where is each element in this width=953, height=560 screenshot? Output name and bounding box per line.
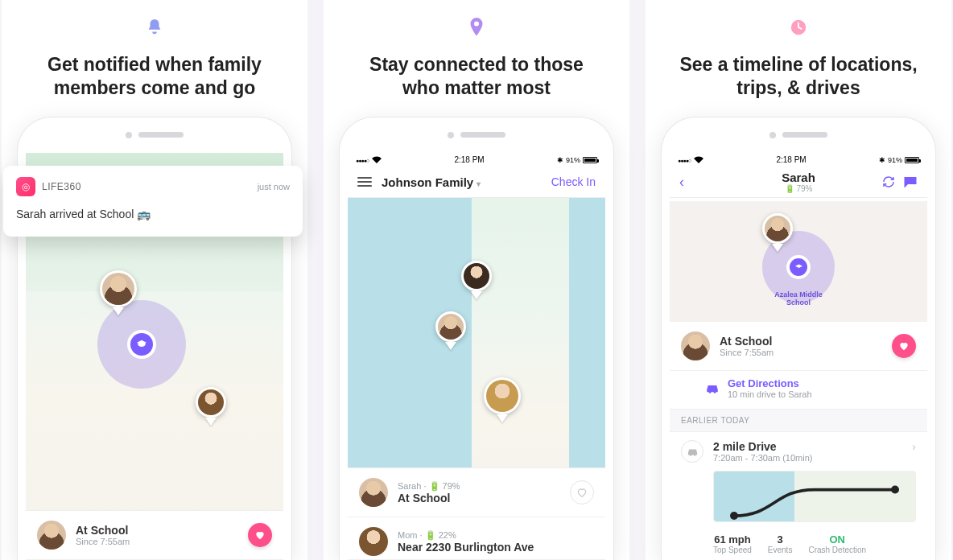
- battery-icon: [583, 157, 597, 163]
- car-icon: [681, 440, 703, 463]
- avatar: [359, 478, 388, 507]
- status-time: 2:18 PM: [776, 155, 806, 164]
- notification-body: Sarah arrived at School 🚌: [16, 208, 290, 220]
- avatar-pin[interactable]: [484, 377, 521, 422]
- nav-bar: ‹ Sarah 🔋 79%: [670, 167, 927, 198]
- school-pin-icon: [130, 333, 153, 356]
- location-card: At School Since 7:55am: [26, 510, 283, 560]
- member-meta: Sarah · 🔋 79%: [398, 481, 560, 492]
- battery-icon: [905, 157, 919, 163]
- push-notification[interactable]: ◎ LIFE360 just now Sarah arrived at Scho…: [3, 166, 303, 237]
- heart-outline-button[interactable]: [570, 480, 594, 504]
- car-icon: [705, 382, 720, 393]
- member-battery: 🔋 79%: [720, 184, 877, 193]
- section-label: EARLIER TODAY: [670, 409, 927, 432]
- drive-sub: 7:20am - 7:30am (10min): [713, 453, 902, 463]
- phone-mockup: 2:18 PM ✱91% ‹ Sarah 🔋 79%: [662, 117, 935, 561]
- circle-name[interactable]: Johnson Family ▾: [382, 175, 551, 189]
- feature-panel-timeline: See a timeline of locations,trips, & dri…: [646, 0, 951, 560]
- get-directions-row[interactable]: Get Directions 10 min drive to Sarah: [670, 371, 927, 409]
- place-label: Azalea Middle School: [766, 290, 831, 307]
- chevron-right-icon: ›: [912, 440, 916, 453]
- avatar: [37, 521, 66, 550]
- check-in-button[interactable]: Check In: [551, 175, 596, 188]
- avatar-pin[interactable]: [196, 387, 226, 426]
- wifi-icon: [372, 156, 382, 163]
- chat-icon[interactable]: [903, 175, 918, 188]
- member-name: Sarah: [720, 171, 877, 184]
- phone-mockup: 2:18 PM ✱91% Johnson Family ▾ Check In: [340, 117, 613, 561]
- heart-button[interactable]: [248, 523, 272, 547]
- member-row[interactable]: Mom · 🔋 22% Near 2230 Burlington Ave: [348, 517, 605, 560]
- avatar-pin[interactable]: [435, 311, 466, 350]
- drive-row[interactable]: 2 mile Drive 7:20am - 7:30am (10min) ›: [670, 432, 927, 467]
- notification-time: just now: [258, 182, 290, 191]
- members-list: Sarah · 🔋 79% At School Mom · 🔋 22%: [348, 467, 605, 560]
- feature-panel-connected: Stay connected to thosewho matter most 2…: [324, 0, 629, 560]
- avatar-pin[interactable]: [461, 261, 492, 299]
- status-bar: 2:18 PM ✱91%: [670, 153, 927, 167]
- panel-title: See a timeline of locations,trips, & dri…: [663, 53, 933, 100]
- refresh-icon[interactable]: [882, 175, 895, 188]
- back-button[interactable]: ‹: [679, 174, 684, 191]
- svg-point-1: [730, 512, 738, 520]
- avatar-pin[interactable]: [100, 270, 137, 315]
- school-pin-icon: [790, 258, 807, 276]
- current-location-row[interactable]: At School Since 7:55am: [670, 322, 927, 371]
- panel-title: Stay connected to thosewho matter most: [353, 53, 600, 100]
- avatar: [359, 527, 388, 556]
- member-row[interactable]: Sarah · 🔋 79% At School: [348, 468, 605, 517]
- member-meta: Mom · 🔋 22%: [398, 530, 594, 541]
- panel-title: Get notified when familymembers come and…: [31, 53, 278, 100]
- bell-icon: [143, 16, 166, 39]
- status-time: 2:18 PM: [454, 155, 484, 164]
- svg-point-2: [891, 485, 899, 493]
- member-location: Near 2230 Burlington Ave: [398, 541, 594, 554]
- clock-icon: [787, 16, 810, 39]
- avatar: [681, 331, 710, 360]
- location-title: At School: [720, 335, 882, 348]
- feature-panel-notifications: Get notified when familymembers come and…: [2, 0, 307, 560]
- avatar-pin[interactable]: [762, 213, 793, 252]
- heart-button[interactable]: [892, 334, 916, 358]
- app-icon: ◎: [16, 177, 35, 196]
- drive-mini-map[interactable]: [713, 471, 916, 522]
- location-title: At School: [76, 524, 238, 537]
- nav-bar: Johnson Family ▾ Check In: [348, 167, 605, 198]
- location-since: Since 7:55am: [76, 537, 238, 546]
- location-row[interactable]: At School Since 7:55am: [26, 511, 283, 560]
- pin-icon: [465, 16, 488, 39]
- notification-app-name: LIFE360: [42, 181, 251, 192]
- member-location: At School: [398, 492, 560, 504]
- drive-title: 2 mile Drive: [713, 440, 902, 453]
- menu-icon[interactable]: [357, 181, 372, 183]
- wifi-icon: [694, 156, 703, 163]
- location-since: Since 7:55am: [720, 348, 882, 357]
- status-bar: 2:18 PM ✱91%: [348, 153, 605, 167]
